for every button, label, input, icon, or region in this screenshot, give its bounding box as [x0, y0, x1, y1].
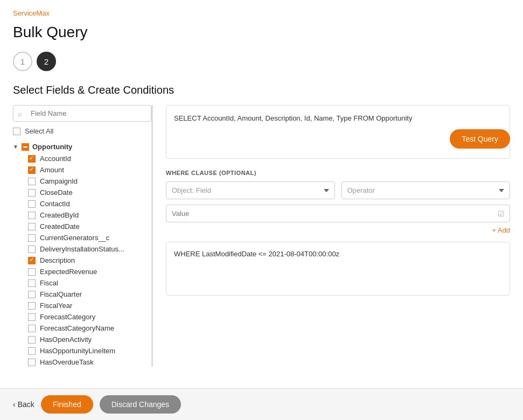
list-item: ExpectedRevenue: [13, 266, 151, 277]
value-row: ☑: [166, 205, 510, 222]
list-item: CreatedDate: [13, 221, 151, 232]
add-link[interactable]: + Add: [492, 226, 510, 234]
fields-list: ▼ Opportunity AccountIdAmountCampaignIdC…: [13, 141, 151, 367]
select-all-label: Select All: [25, 127, 53, 135]
object-name: Opportunity: [32, 143, 72, 151]
steps-container: 1 2: [13, 52, 510, 71]
section-title: Select Fields & Create Conditions: [13, 84, 510, 96]
field-name: ForecastCategoryName: [40, 324, 114, 332]
add-row: + Add: [166, 226, 510, 234]
footer: ‹ Back Finished Discard Changes: [0, 388, 523, 420]
list-item: AccountId: [13, 153, 151, 164]
object-field-select[interactable]: Object: Field: [166, 181, 335, 199]
list-item: ForecastCategoryName: [13, 323, 151, 334]
field-name: ContactId: [40, 200, 70, 208]
search-input[interactable]: [13, 105, 151, 122]
list-item: CreatedById: [13, 209, 151, 221]
step-1: 1: [13, 52, 32, 71]
select-all-row: Select All: [13, 127, 151, 135]
field-name: Description: [40, 256, 75, 264]
left-panel: ⌕ Select All ▼ Opportunity AccountIdAmou…: [13, 105, 152, 367]
field-name: CreatedDate: [40, 222, 80, 230]
field-checkbox[interactable]: [28, 166, 36, 174]
list-item: DeliveryInstallationStatus...: [13, 243, 151, 255]
field-name: CloseDate: [40, 188, 73, 197]
where-row: Object: Field Operator: [166, 181, 510, 199]
list-item: Description: [13, 255, 151, 266]
field-name: Amount: [40, 166, 64, 174]
chevron-down-icon[interactable]: ▼: [13, 144, 18, 150]
list-item: HasOverdueTask: [13, 356, 151, 367]
field-checkbox[interactable]: [28, 257, 36, 264]
field-name: CreatedById: [40, 211, 79, 219]
select-all-checkbox[interactable]: [13, 128, 20, 135]
field-checkbox[interactable]: [28, 155, 36, 163]
field-name: HasOverdueTask: [40, 358, 94, 366]
page-title: Bulk Query: [13, 24, 510, 41]
where-clause-label: WHERE CLAUSE (OPTIONAL): [166, 170, 510, 176]
field-checkbox[interactable]: [28, 212, 36, 219]
field-name: FiscalYear: [40, 302, 72, 310]
list-item: CurrentGenerators__c: [13, 232, 151, 243]
field-checkbox[interactable]: [28, 313, 36, 321]
field-checkbox[interactable]: [28, 189, 36, 197]
field-checkbox[interactable]: [28, 178, 36, 185]
back-link[interactable]: ‹ Back: [13, 400, 34, 409]
field-checkbox[interactable]: [28, 246, 36, 253]
field-name: ForecastCategory: [40, 313, 95, 321]
field-name: HasOpportunityLineItem: [40, 347, 115, 355]
field-checkbox[interactable]: [28, 223, 36, 230]
field-checkbox[interactable]: [28, 302, 36, 310]
search-container: ⌕: [13, 105, 151, 122]
breadcrumb-link[interactable]: ServiceMax: [13, 9, 50, 17]
field-name: HasOpenActivity: [40, 335, 92, 344]
fields-container: AccountIdAmountCampaignIdCloseDateContac…: [13, 153, 151, 367]
list-item: ContactId: [13, 198, 151, 209]
list-item: ForecastCategory: [13, 311, 151, 323]
field-name: ExpectedRevenue: [40, 268, 97, 276]
field-checkbox[interactable]: [28, 291, 36, 298]
field-checkbox[interactable]: [28, 359, 36, 366]
field-name: AccountId: [40, 155, 71, 163]
list-item: Amount: [13, 164, 151, 176]
finished-button[interactable]: Finished: [41, 395, 93, 414]
field-checkbox[interactable]: [28, 325, 36, 332]
value-icon: ☑: [498, 209, 505, 218]
value-input[interactable]: [166, 205, 510, 222]
back-chevron-icon: ‹: [13, 400, 16, 409]
back-label: Back: [18, 400, 34, 409]
field-name: DeliveryInstallationStatus...: [40, 245, 124, 253]
list-item: FiscalYear: [13, 300, 151, 311]
field-checkbox[interactable]: [28, 279, 36, 287]
field-checkbox[interactable]: [28, 200, 36, 208]
field-checkbox[interactable]: [28, 336, 36, 344]
field-checkbox[interactable]: [28, 347, 36, 355]
step-2: 2: [37, 52, 56, 71]
field-name: FiscalQuarter: [40, 290, 82, 298]
field-checkbox[interactable]: [28, 234, 36, 242]
list-item: Fiscal: [13, 277, 151, 289]
where-result-display: WHERE LastModifiedDate <= 2021-08-04T00:…: [166, 242, 510, 296]
operator-select[interactable]: Operator: [341, 181, 511, 199]
list-item: HasOpportunityLineItem: [13, 345, 151, 356]
object-checkbox[interactable]: [22, 143, 29, 151]
test-query-button[interactable]: Test Query: [450, 129, 510, 149]
list-item: CampaignId: [13, 176, 151, 187]
object-row: ▼ Opportunity: [13, 141, 151, 153]
search-icon: ⌕: [18, 109, 22, 117]
discard-button[interactable]: Discard Changes: [100, 395, 181, 414]
field-name: Fiscal: [40, 279, 58, 287]
list-item: FiscalQuarter: [13, 289, 151, 300]
field-checkbox[interactable]: [28, 268, 36, 276]
field-name: CurrentGenerators__c: [40, 234, 109, 242]
list-item: HasOpenActivity: [13, 334, 151, 345]
field-name: CampaignId: [40, 177, 78, 185]
list-item: CloseDate: [13, 187, 151, 198]
